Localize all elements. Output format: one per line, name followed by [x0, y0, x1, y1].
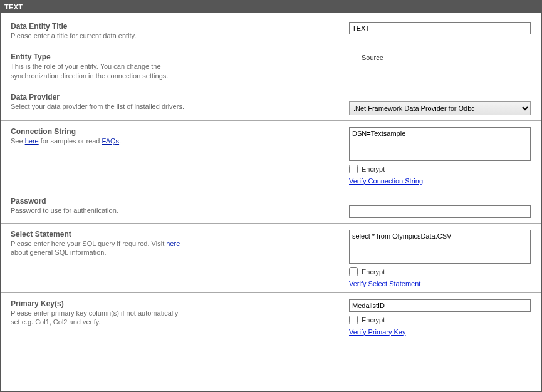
primary-key-encrypt-label: Encrypt — [362, 316, 385, 324]
connection-string-encrypt-checkbox[interactable] — [349, 165, 358, 173]
select-statement-label: Select Statement — [11, 230, 336, 239]
select-statement-input[interactable]: select * from OlympicsData.CSV — [349, 230, 531, 264]
connection-string-label: Connection String — [11, 127, 336, 136]
select-statement-encrypt-checkbox[interactable] — [349, 267, 358, 276]
entity-title-desc: Please enter a title for current data en… — [11, 31, 336, 41]
connection-string-encrypt-label: Encrypt — [362, 165, 385, 173]
select-statement-encrypt-label: Encrypt — [362, 268, 385, 276]
primary-key-input[interactable] — [349, 299, 531, 312]
password-label: Password — [11, 197, 336, 205]
primary-key-label: Primary Key(s) — [11, 299, 336, 308]
entity-title-label: Data Entity Title — [11, 22, 336, 31]
entity-type-value: Source — [349, 53, 531, 61]
data-provider-select[interactable]: .Net Framework Data Provider for Odbc — [349, 101, 531, 115]
row-entity-title: Data Entity Title Please enter a title f… — [1, 18, 541, 46]
select-statement-desc: Please enter here your SQL query if requ… — [11, 239, 186, 258]
entity-type-desc: This is the role of your entity. You can… — [11, 62, 186, 81]
row-select-statement: Select Statement Please enter here your … — [1, 226, 541, 293]
connection-string-desc: See here for samples or read FAQs. — [11, 137, 336, 146]
password-desc: Password to use for authentication. — [11, 206, 336, 215]
data-provider-label: Data Provider — [11, 93, 336, 101]
password-input[interactable] — [349, 205, 531, 218]
data-provider-desc: Select your data provider from the list … — [11, 102, 336, 111]
row-entity-type: Entity Type This is the role of your ent… — [1, 49, 541, 86]
row-data-provider: Data Provider Select your data provider … — [1, 89, 541, 121]
row-connection-string: Connection String See here for samples o… — [1, 123, 541, 190]
verify-select-statement-link[interactable]: Verify Select Statement — [349, 280, 531, 287]
window-titlebar: TEXT — [1, 1, 541, 13]
entity-title-input[interactable] — [349, 22, 531, 34]
row-password: Password Password to use for authenticat… — [1, 193, 541, 224]
connection-string-input[interactable]: DSN=Textsample — [349, 127, 531, 161]
sql-info-here-link[interactable]: here — [166, 240, 180, 247]
samples-here-link[interactable]: here — [25, 137, 39, 145]
dialog-window: TEXT Data Entity Title Please enter a ti… — [0, 0, 542, 392]
verify-connection-string-link[interactable]: Verify Connection String — [349, 177, 531, 185]
entity-type-label: Entity Type — [11, 53, 336, 61]
verify-primary-key-link[interactable]: Verify Primary Key — [349, 328, 531, 336]
primary-key-encrypt-checkbox[interactable] — [349, 316, 358, 324]
content-area: Data Entity Title Please enter a title f… — [1, 13, 541, 341]
row-primary-key: Primary Key(s) Please enter primary key … — [1, 296, 541, 341]
faqs-link[interactable]: FAQs — [102, 137, 120, 145]
primary-key-desc: Please enter primary key column(s) if no… — [11, 309, 186, 328]
